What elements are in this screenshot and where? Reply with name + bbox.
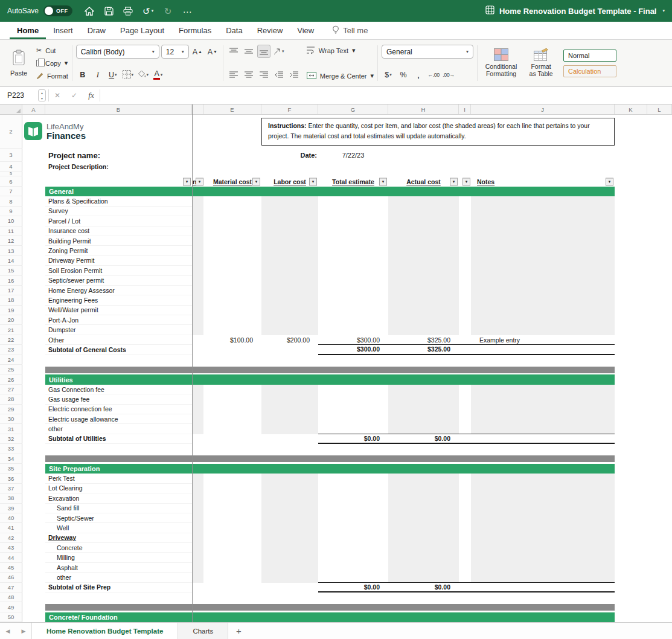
row-header-45[interactable]: 45 <box>0 563 22 573</box>
cell-B36[interactable]: Perk Test <box>45 474 192 483</box>
cell-I23[interactable] <box>459 345 471 355</box>
column-header-K[interactable]: K <box>615 104 647 114</box>
instructions-cell[interactable]: Instructions: Enter the quantity, cost p… <box>261 115 615 149</box>
cell-F40[interactable] <box>261 513 318 523</box>
row-header-7[interactable]: 7 <box>0 187 22 196</box>
cell-B16[interactable]: Septic/sewer permit <box>45 276 192 286</box>
cell-B47[interactable]: Subtotal of Site Prep <box>45 583 192 592</box>
cell-B32[interactable]: Subtotal of Utilities <box>45 434 192 444</box>
cell-I17[interactable] <box>459 286 471 295</box>
cell-H36[interactable] <box>388 474 459 483</box>
header-actual-cost[interactable]: Actual cost ▾ <box>388 176 459 187</box>
cell-A43[interactable] <box>22 543 45 553</box>
cell-K50[interactable] <box>615 612 647 622</box>
cell-B14[interactable]: Driveway Permit <box>45 256 192 266</box>
row-header-38[interactable]: 38 <box>0 493 22 503</box>
cell-A36[interactable] <box>22 474 45 483</box>
cell-E47[interactable] <box>203 583 261 592</box>
cell-F17[interactable] <box>261 286 318 295</box>
row-header-13[interactable]: 13 <box>0 246 22 255</box>
cell-F30[interactable] <box>261 414 318 424</box>
cell-H27[interactable] <box>388 385 459 394</box>
cell-H46[interactable] <box>388 573 459 582</box>
cell-B8[interactable]: Plans & Specification <box>45 196 192 206</box>
cell-C14[interactable] <box>192 256 203 266</box>
borders-button[interactable]: ▾ <box>121 68 135 82</box>
cell-E9[interactable] <box>203 207 261 216</box>
cell-L48[interactable] <box>647 592 672 602</box>
cell-B43[interactable]: Concrete <box>45 543 192 553</box>
cell-I18[interactable] <box>459 295 471 305</box>
cell-G41[interactable] <box>318 523 388 533</box>
cell-H8[interactable] <box>388 196 459 206</box>
cell-I46[interactable] <box>459 573 471 582</box>
cell-A46[interactable] <box>22 573 45 582</box>
cell-L10[interactable] <box>647 216 672 226</box>
ribbon-tab-review[interactable]: Review <box>250 22 290 39</box>
cell-G37[interactable] <box>318 484 388 493</box>
cell-E16[interactable] <box>203 276 261 286</box>
cell-E45[interactable] <box>203 563 261 573</box>
cell-G36[interactable] <box>318 474 388 483</box>
cell-L25[interactable] <box>647 365 672 374</box>
sheet-tab-home-renovation-budget-template[interactable]: Home Renovation Budget Template <box>31 623 178 639</box>
cell-J42[interactable] <box>471 533 615 543</box>
cell-E10[interactable] <box>203 216 261 226</box>
cell-A26[interactable] <box>22 374 45 384</box>
cell-A2[interactable]: LifeAndMy Finances <box>22 115 203 149</box>
cell-L2[interactable] <box>647 115 672 149</box>
cell-I20[interactable] <box>459 315 471 325</box>
cell-L13[interactable] <box>647 246 672 255</box>
cell-K17[interactable] <box>615 286 647 295</box>
row-header-24[interactable]: 24 <box>0 355 22 365</box>
cell-B42[interactable]: Driveway <box>45 533 192 543</box>
cell-L30[interactable] <box>647 414 672 424</box>
cell-G39[interactable] <box>318 504 388 513</box>
increase-font-button[interactable]: A▲ <box>191 45 204 59</box>
cell-A24[interactable] <box>22 355 45 365</box>
cell-J29[interactable] <box>471 405 615 414</box>
increase-decimal-button[interactable]: ←.00 <box>427 68 440 82</box>
cell-K6[interactable] <box>615 176 647 187</box>
cell-G43[interactable] <box>318 543 388 553</box>
column-header-narrow[interactable] <box>192 104 203 114</box>
row-header-8[interactable]: 8 <box>0 196 22 206</box>
cut-button[interactable]: ✂ Cut <box>36 45 68 56</box>
cell-K25[interactable] <box>615 365 647 374</box>
cell-L7[interactable] <box>647 187 672 196</box>
cell-A38[interactable] <box>22 493 45 503</box>
style-calculation[interactable]: Calculation <box>563 65 616 77</box>
cell-I37[interactable] <box>459 484 471 493</box>
filter-dropdown-icon[interactable]: ▾ <box>606 178 613 185</box>
row-header-41[interactable]: 41 <box>0 523 22 533</box>
cell-B39[interactable]: Sand fill <box>45 504 192 513</box>
cell-J16[interactable] <box>471 276 615 286</box>
cell-G8[interactable] <box>318 196 388 206</box>
cell-G30[interactable] <box>318 414 388 424</box>
section-header-7[interactable]: General <box>45 187 615 196</box>
cell-L11[interactable] <box>647 226 672 236</box>
row-header-25[interactable]: 25 <box>0 365 22 374</box>
row-header-34[interactable]: 34 <box>0 454 22 464</box>
row-header-11[interactable]: 11 <box>0 226 22 236</box>
cell-H14[interactable] <box>388 256 459 266</box>
document-title[interactable]: Home Renovation Budget Template - Final <box>499 7 657 16</box>
header-partial-cell[interactable]: n ▾ <box>192 176 203 187</box>
cell-E12[interactable] <box>203 236 261 246</box>
cell-E43[interactable] <box>203 543 261 553</box>
redo-button[interactable]: ↻ <box>163 5 173 17</box>
cell-A4[interactable] <box>22 162 45 172</box>
cell-G10[interactable] <box>318 216 388 226</box>
more-commands-button[interactable]: ··· <box>182 5 192 17</box>
font-color-button[interactable]: A ▾ <box>152 68 165 82</box>
cell-G45[interactable] <box>318 563 388 573</box>
cell-L32[interactable] <box>647 434 672 444</box>
row-header-23[interactable]: 23 <box>0 345 22 355</box>
header-item-cell[interactable]: ▾ <box>45 176 192 187</box>
cell-I29[interactable] <box>459 405 471 414</box>
divider-bar-34[interactable] <box>45 455 615 462</box>
filter-dropdown-icon[interactable]: ▾ <box>450 178 458 185</box>
cell-G18[interactable] <box>318 295 388 305</box>
cell-J46[interactable] <box>471 573 615 582</box>
cell-I22[interactable] <box>459 335 471 345</box>
